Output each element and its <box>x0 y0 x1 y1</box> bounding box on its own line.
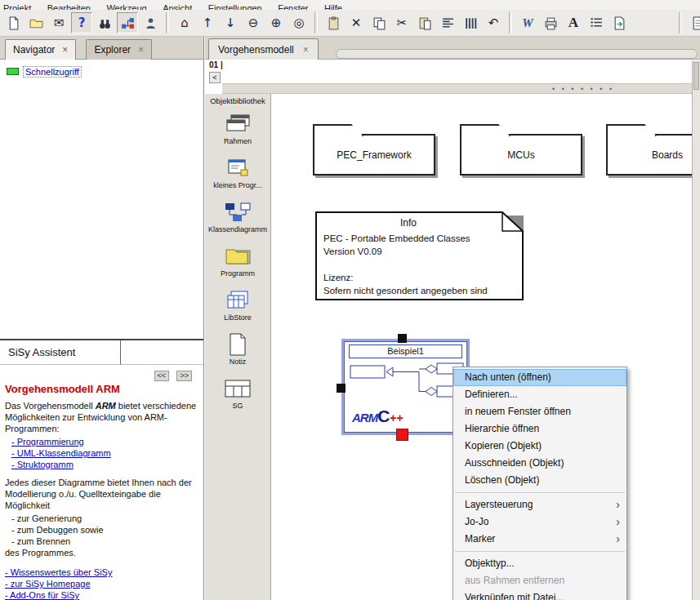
assistant-link-programmierung[interactable]: - Programmierung <box>11 436 198 447</box>
tab-sisy-assistent[interactable]: SiSy Assistent <box>0 340 121 365</box>
menu-item-nach-unten[interactable]: Nach unten (öffnen) <box>453 369 626 386</box>
menu-bearbeiten[interactable]: Bearbeiten <box>47 2 91 10</box>
cut-button[interactable]: ✂ <box>391 12 412 33</box>
assistant-back-button[interactable]: << <box>154 371 170 381</box>
document-export-button[interactable] <box>609 12 630 33</box>
assistant-title: Vorgehensmodell ARM <box>5 384 198 395</box>
info-note[interactable]: Info PEC - Portable Embedded Classes Ver… <box>315 211 526 303</box>
close-icon[interactable]: × <box>62 45 68 55</box>
tab-scrollbar[interactable] <box>336 49 698 59</box>
close-icon[interactable]: × <box>303 45 309 55</box>
font-button[interactable]: A <box>563 12 584 33</box>
diagram-canvas[interactable]: PEC_Framework MCUs Boards Info PEC - Por… <box>271 94 692 600</box>
menu-fenster[interactable]: Fenster <box>278 2 308 10</box>
selection-handle-left[interactable] <box>337 384 346 393</box>
objlib-item-notiz[interactable]: Notiz <box>205 331 270 366</box>
delete-button[interactable]: ✕ <box>346 12 367 33</box>
selected-element-beispiel1[interactable]: Beispiel1 ARMC++ <box>341 339 470 435</box>
printer-icon <box>544 16 558 30</box>
zoom-in-button[interactable]: ⊕ <box>265 12 287 33</box>
diagram-button[interactable] <box>117 12 138 33</box>
objlib-item-rahmen[interactable]: Rahmen <box>205 111 270 145</box>
menu-hilfe[interactable]: Hilfe <box>324 2 342 10</box>
align-button[interactable] <box>437 12 458 33</box>
scroll-left-button[interactable]: < <box>209 72 221 83</box>
search-button[interactable] <box>94 12 115 33</box>
folder-pec-framework[interactable]: PEC_Framework <box>313 134 435 176</box>
home-button[interactable]: ⌂ <box>174 12 195 33</box>
columns-button[interactable] <box>460 12 481 33</box>
close-icon[interactable]: × <box>138 45 144 55</box>
menu-item-definieren[interactable]: Definieren... <box>453 386 626 403</box>
menu-item-ausschneiden[interactable]: Ausschneiden (Objekt) <box>453 455 626 472</box>
object-library: Objektbibliothek Rahmen kleines Progr...… <box>205 94 271 600</box>
menu-item-layersteuerung[interactable]: Layersteuerung› <box>453 496 626 513</box>
menu-item-hierarchie[interactable]: Hierarchie öffnen <box>453 420 626 438</box>
assistant-forward-button[interactable]: >> <box>176 371 192 381</box>
user-button[interactable] <box>140 12 161 33</box>
spacer <box>5 560 198 567</box>
menu-item-jojo[interactable]: Jo-Jo› <box>453 513 626 531</box>
assistant-text: Das Vorgehensmodell <box>5 401 96 411</box>
objlib-item-programm[interactable]: Programm <box>205 243 270 278</box>
copy-button[interactable] <box>368 12 390 33</box>
assistant-link-struktogramm[interactable]: - Struktogramm <box>11 459 198 470</box>
folder-label: MCUs <box>507 149 534 161</box>
clipped-toolbar-button[interactable] <box>687 12 700 33</box>
list-button[interactable] <box>586 12 607 33</box>
print-button[interactable] <box>540 12 561 33</box>
down-button[interactable]: ↓ <box>220 12 241 33</box>
assistant-link-addons[interactable]: - Add-Ons für SiSy <box>5 589 198 600</box>
note-line: PEC - Portable Embedded Classes <box>323 233 470 243</box>
assistant-link-uml[interactable]: - UML-Klassendiagramm <box>11 447 198 459</box>
menu-item-objekttyp[interactable]: Objekttyp... <box>453 555 626 572</box>
menu-item-verknuepfen[interactable]: Verknüpfen mit Datei... <box>453 589 626 600</box>
horizontal-scrollbar[interactable]: • • • • • • • <box>222 83 700 94</box>
undo-button[interactable]: ↶ <box>483 12 504 33</box>
new-document-button[interactable] <box>2 12 24 33</box>
up-button[interactable]: ↑ <box>197 12 218 33</box>
open-button[interactable] <box>25 12 47 33</box>
main-tab-label: Vorgehensmodell <box>218 44 294 56</box>
vertical-scrollbar-thumb[interactable] <box>693 62 699 90</box>
arm-logo-text: ARM <box>352 411 377 424</box>
help-button[interactable]: ? <box>71 12 92 33</box>
menu-item-marker[interactable]: Marker› <box>453 531 626 548</box>
menu-werkzeug[interactable]: Werkzeug <box>106 2 146 10</box>
menu-item-loeschen[interactable]: Löschen (Objekt) <box>453 472 626 489</box>
objlib-item-sg[interactable]: SG <box>205 376 270 410</box>
vertical-scrollbar[interactable] <box>692 60 700 600</box>
scrollbar-grip-icon[interactable]: • • • • • • • <box>552 85 614 93</box>
notiz-icon <box>226 332 249 357</box>
folder-boards[interactable]: Boards <box>606 134 692 176</box>
kleines-programm-icon <box>225 157 251 180</box>
tree-item-schnellzugriff[interactable]: Schnellzugriff <box>7 66 82 78</box>
submenu-arrow-icon: › <box>616 496 620 513</box>
tab-explorer[interactable]: Explorer × <box>86 39 152 60</box>
tab-vorgehensmodell[interactable]: Vorgehensmodell × <box>208 38 319 60</box>
zoom-out-button[interactable]: ⊖ <box>243 12 264 33</box>
menu-ansicht[interactable]: Ansicht <box>163 2 192 10</box>
folder-mcus[interactable]: MCUs <box>460 134 582 176</box>
sg-icon <box>224 378 252 399</box>
tab-navigator[interactable]: Navigator × <box>5 39 76 60</box>
red-anchor-handle[interactable] <box>396 429 408 441</box>
center-view-button[interactable]: ◎ <box>288 12 310 33</box>
mail-button[interactable]: ✉ <box>48 12 69 33</box>
word-export-button[interactable]: W <box>517 12 538 33</box>
objlib-item-kleines-programm[interactable]: kleines Progr... <box>205 155 270 189</box>
assistant-paragraph: des Programmes. <box>5 547 198 558</box>
assistant-link-homepage[interactable]: - zur SiSy Homepage <box>5 578 198 589</box>
menu-item-kopieren[interactable]: Kopieren (Objekt) <box>453 438 626 455</box>
paste-special-button[interactable] <box>323 12 344 33</box>
menu-item-neues-fenster[interactable]: in neuem Fenster öffnen <box>453 403 626 420</box>
assistant-link-wissenswertes[interactable]: - Wissenswertes über SiSy <box>5 567 198 578</box>
menu-projekt[interactable]: Projekt <box>3 2 31 10</box>
toolbar-separator <box>166 12 169 33</box>
paste-button[interactable] <box>414 12 435 33</box>
objlib-item-klassendiagramm[interactable]: Klassendiagramm <box>205 199 270 233</box>
menu-einstellungen[interactable]: Einstellungen <box>208 2 262 10</box>
application-window: Projekt Bearbeiten Werkzeug Ansicht Eins… <box>0 0 700 600</box>
objlib-item-libstore[interactable]: LibStore <box>205 287 270 322</box>
selection-handle-top[interactable] <box>398 334 407 343</box>
